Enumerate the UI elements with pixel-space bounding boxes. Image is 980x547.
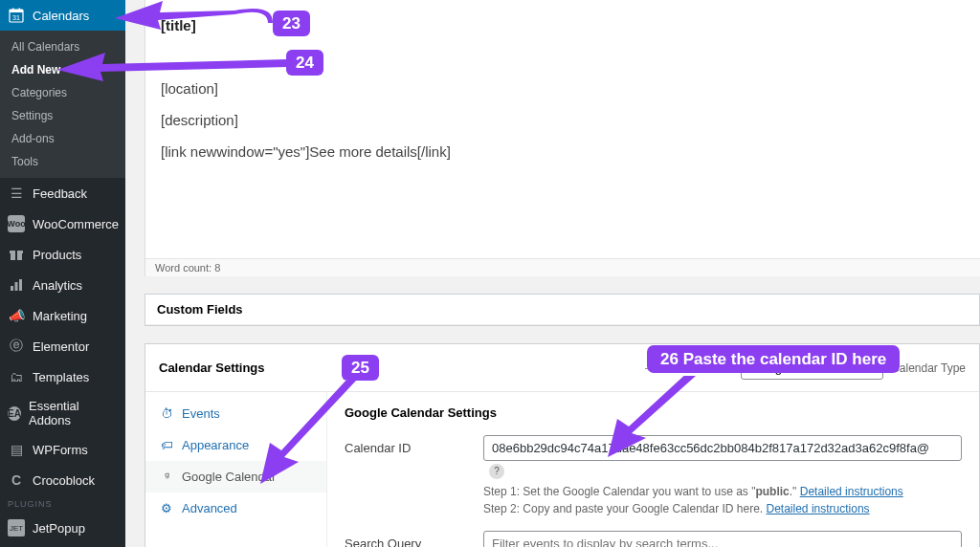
sidebar-item-appointments[interactable]: JET Appointments [0,543,125,547]
calendar-icon: 31 [8,7,25,24]
wpforms-icon: ▤ [8,441,25,458]
crocoblock-icon: C [8,471,25,489]
svg-rect-1 [10,10,23,12]
sidebar-label: Crocoblock [33,473,95,488]
sidebar-item-crocoblock[interactable]: C Crocoblock [0,465,125,495]
tab-label: Google Calendar [182,470,276,484]
sidebar-label: Products [33,248,81,262]
sidebar-label: Analytics [33,278,82,293]
search-query-input[interactable] [483,531,962,548]
sidebar-item-essential-addons[interactable]: EA Essential Addons [0,392,125,434]
sidebar-item-products[interactable]: Products [0,239,125,270]
tag-icon: 🏷 [159,438,174,452]
sidebar-sub-all-calendars[interactable]: All Calendars [0,35,125,58]
sidebar-sub-addons[interactable]: Add-ons [0,127,125,150]
sidebar-item-wpforms[interactable]: ▤ WPForms [0,434,125,465]
svg-rect-3 [19,9,21,11]
editor-line: [location] [161,77,965,100]
calendar-id-label: Calendar ID [345,435,483,455]
sidebar-sub-settings[interactable]: Settings [0,104,125,127]
sidebar-item-woocommerce[interactable]: Woo WooCommerce [0,208,125,239]
calendar-settings-tabs: ⏱ Events 🏷 Appearance ᵍ Google Calendar … [145,392,327,547]
analytics-icon [8,276,25,294]
sidebar-sub-tools[interactable]: Tools [0,150,125,173]
google-icon: ᵍ [159,470,174,484]
event-source-select[interactable]: Google Calendar [741,356,883,380]
sidebar-label: Calendars [33,9,89,23]
jetpopup-icon: JET [8,519,25,536]
main-area: [title] [when] [location] [description] … [125,0,980,547]
tab-label: Events [182,406,220,421]
calendar-id-help: Step 1: Set the Google Calendar you want… [483,483,962,517]
editor-line: [title] [161,14,965,37]
svg-rect-8 [11,286,13,291]
event-source-label: Event Source [664,361,733,375]
svg-rect-2 [12,9,14,11]
svg-text:31: 31 [12,14,20,21]
tab-google-calendar[interactable]: ᵍ Google Calendar [145,461,326,492]
panel-title: Google Calendar Settings [345,405,962,420]
calendar-settings-head: Calendar Settings — Event Source Google … [145,344,979,392]
svg-rect-10 [19,279,22,291]
calendar-settings-box: Calendar Settings — Event Source Google … [145,343,980,547]
editor-body[interactable]: [title] [when] [location] [description] … [145,0,980,258]
sidebar-item-jetpopup[interactable]: JET JetPopup [0,513,125,543]
elementor-icon: ⓔ [8,338,25,355]
svg-rect-7 [15,251,17,260]
essential-addons-icon: EA [8,406,21,421]
sidebar-label: Essential Addons [29,399,118,427]
custom-fields-title: Custom Fields [145,295,979,325]
sidebar-item-templates[interactable]: 🗂 Templates [0,361,125,392]
custom-fields-box: Custom Fields [145,294,980,326]
editor-line: [description] [161,109,965,132]
calendar-settings-content: Google Calendar Settings Calendar ID ? S… [327,392,979,547]
editor-line: [link newwindow="yes"]See more details[/… [161,141,965,164]
calendar-settings-head-right: — Event Source Google Calendar Calendar … [645,356,966,380]
svg-rect-9 [15,282,18,291]
plugins-divider: PLUGINS [0,495,125,513]
clock-icon: ⏱ [159,406,174,421]
sidebar-label: WPForms [33,443,88,457]
products-icon [8,246,25,263]
gear-icon: ⚙ [159,501,174,515]
editor-box: [title] [when] [location] [description] … [145,0,980,276]
tab-appearance[interactable]: 🏷 Appearance [145,429,326,461]
detailed-instructions-link[interactable]: Detailed instructions [767,502,870,515]
editor-word-count: Word count: 8 [145,258,980,276]
sidebar-label: JetPopup [33,521,85,536]
tab-label: Advanced [182,501,237,515]
templates-icon: 🗂 [8,368,25,385]
help-icon[interactable]: ? [489,464,504,479]
sidebar: 31 Calendars All Calendars Add New Categ… [0,0,125,547]
detailed-instructions-link[interactable]: Detailed instructions [800,485,903,498]
sidebar-label: Marketing [33,309,87,323]
sidebar-item-feedback[interactable]: ☰ Feedback [0,178,125,208]
sidebar-item-elementor[interactable]: ⓔ Elementor [0,331,125,361]
sidebar-label: WooCommerce [33,217,119,231]
tab-events[interactable]: ⏱ Events [145,398,326,429]
row-search-query: Search Query ? [345,531,962,548]
tab-advanced[interactable]: ⚙ Advanced [145,492,326,524]
woocommerce-icon: Woo [8,215,25,232]
sidebar-item-calendars[interactable]: 31 Calendars [0,0,125,31]
sidebar-sub-categories[interactable]: Categories [0,81,125,104]
sidebar-sub-add-new[interactable]: Add New [0,58,125,81]
sidebar-label: Elementor [33,339,89,354]
sidebar-submenu: All Calendars Add New Categories Setting… [0,31,125,178]
search-query-label: Search Query [345,531,483,548]
feedback-icon: ☰ [8,185,25,202]
calendar-settings-title: Calendar Settings [159,361,265,375]
sidebar-item-marketing[interactable]: 📣 Marketing [0,300,125,331]
sidebar-label: Feedback [33,186,87,201]
calendar-type-label: Calendar Type [891,361,966,375]
tab-label: Appearance [182,438,249,452]
sidebar-label: Templates [33,370,89,384]
sidebar-item-analytics[interactable]: Analytics [0,270,125,300]
marketing-icon: 📣 [8,307,25,324]
calendar-id-input[interactable] [483,435,962,461]
row-calendar-id: Calendar ID ? Step 1: Set the Google Cal… [345,435,962,517]
